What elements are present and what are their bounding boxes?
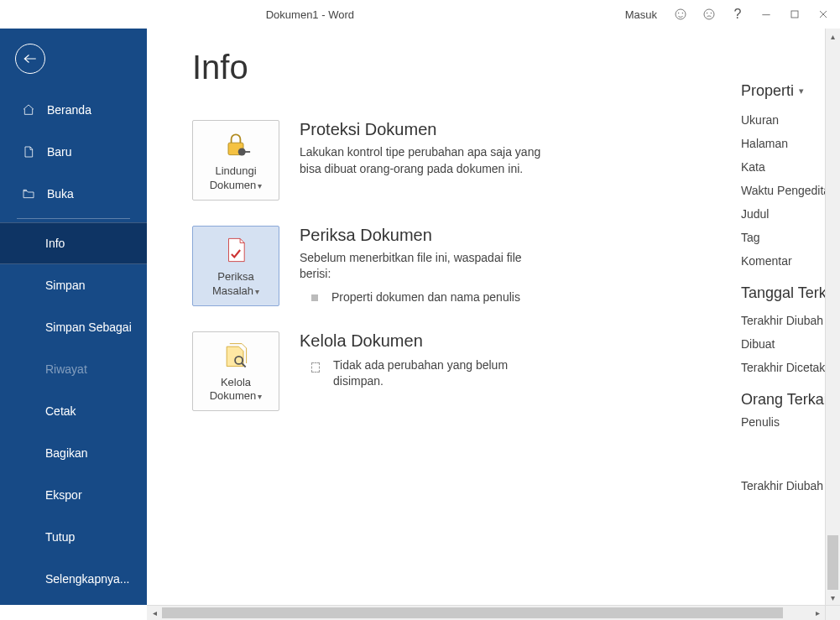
sidebar-item-label: Info	[45, 237, 65, 250]
button-label: Kelola	[221, 376, 251, 388]
sidebar-item-info[interactable]: Info	[0, 222, 147, 264]
properties-header-label: Properti	[741, 82, 794, 100]
chevron-down-icon: ▾	[799, 86, 804, 96]
sidebar-item-close[interactable]: Tutup	[0, 516, 147, 558]
manage-doc-icon	[219, 341, 253, 371]
button-label: Dokumen	[210, 179, 257, 191]
vscroll-thumb[interactable]	[827, 535, 838, 594]
smile-icon[interactable]	[667, 2, 694, 27]
sidebar-item-label: Tutup	[45, 530, 75, 544]
sidebar-separator	[17, 218, 130, 219]
sidebar-item-label: Buka	[47, 187, 74, 201]
chevron-down-icon: ▾	[258, 181, 262, 190]
new-doc-icon	[20, 143, 37, 160]
button-label: Dokumen	[210, 389, 257, 402]
bullet-text: Properti dokumen dan nama penulis	[331, 289, 520, 306]
lock-icon	[219, 129, 253, 159]
scroll-up-icon[interactable]: ▴	[826, 29, 840, 44]
home-icon	[20, 102, 37, 118]
manage-document-button[interactable]: Kelola Dokumen▾	[192, 331, 279, 412]
sidebar-item-print[interactable]: Cetak	[0, 390, 147, 432]
check-issues-button[interactable]: Periksa Masalah▾	[192, 226, 279, 306]
sidebar-item-label: Ekspor	[45, 488, 82, 502]
sidebar-item-export[interactable]: Ekspor	[0, 474, 147, 516]
sidebar-item-label: Riwayat	[45, 362, 87, 376]
sidebar-item-home[interactable]: Beranda	[0, 89, 147, 131]
folder-open-icon	[20, 185, 37, 202]
help-icon[interactable]: ?	[724, 2, 751, 27]
protect-document-button[interactable]: Lindungi Dokumen▾	[192, 120, 279, 201]
svg-point-3	[704, 9, 714, 19]
chevron-down-icon: ▾	[258, 392, 262, 401]
bullet-icon	[311, 294, 318, 301]
chevron-down-icon: ▾	[255, 287, 259, 296]
sidebar-item-save[interactable]: Simpan	[0, 264, 147, 306]
button-label: Masalah	[212, 284, 253, 297]
horizontal-scrollbar[interactable]: ◂ ▸	[147, 605, 840, 620]
scroll-right-icon[interactable]: ▸	[810, 606, 825, 620]
sidebar-item-label: Beranda	[47, 103, 91, 117]
back-button[interactable]	[15, 44, 45, 74]
maximize-icon[interactable]	[781, 2, 808, 27]
sidebar-item-label: Bagikan	[45, 446, 88, 460]
inspect-heading: Periksa Dokumen	[300, 226, 551, 245]
sidebar-item-share[interactable]: Bagikan	[0, 432, 147, 474]
protect-body: Lakukan kontrol tipe perubahan apa saja …	[300, 144, 551, 177]
svg-point-2	[682, 13, 683, 13]
vertical-scrollbar[interactable]: ▴ ▾	[825, 29, 840, 605]
button-label: Periksa	[217, 270, 253, 283]
hscroll-thumb[interactable]	[162, 607, 783, 618]
window-title: Dokumen1 - Word	[3, 8, 617, 21]
manage-bullet: Tidak ada perubahan yang belum disimpan.	[300, 357, 551, 390]
svg-point-0	[676, 9, 686, 19]
inspect-doc-icon	[219, 235, 253, 265]
svg-point-1	[678, 13, 679, 13]
sidebar-item-label: Simpan	[45, 279, 85, 292]
inspect-body: Sebelum menerbitkan file ini, waspadai f…	[300, 250, 551, 283]
title-bar: Dokumen1 - Word Masuk ?	[0, 0, 840, 29]
sidebar-item-save-as[interactable]: Simpan Sebagai	[0, 306, 147, 348]
scrollbar-corner	[825, 606, 840, 620]
frown-icon[interactable]	[696, 2, 723, 27]
sidebar-item-history: Riwayat	[0, 348, 147, 390]
inspect-bullet: Properti dokumen dan nama penulis	[300, 289, 551, 306]
svg-point-4	[707, 13, 707, 13]
scroll-down-icon[interactable]: ▾	[826, 590, 840, 605]
svg-rect-6	[791, 11, 798, 18]
manage-heading: Kelola Dokumen	[300, 331, 551, 351]
sidebar-item-label: Baru	[47, 145, 72, 159]
backstage-sidebar: Beranda Baru Buka Info Simpan Simpan Seb…	[0, 29, 147, 605]
bullet-icon	[311, 362, 320, 373]
scroll-left-icon[interactable]: ◂	[147, 606, 162, 620]
sidebar-item-label: Cetak	[45, 404, 76, 418]
bullet-text: Tidak ada perubahan yang belum disimpan.	[333, 357, 551, 390]
sidebar-item-label: Selengkapnya...	[45, 572, 129, 586]
sidebar-item-label: Simpan Sebagai	[45, 320, 132, 334]
svg-point-5	[711, 13, 712, 13]
page-title: Info	[192, 49, 840, 86]
sign-in-link[interactable]: Masuk	[617, 8, 665, 21]
svg-rect-9	[244, 151, 250, 153]
minimize-icon[interactable]	[753, 2, 780, 27]
close-icon[interactable]	[810, 2, 837, 27]
sidebar-item-open[interactable]: Buka	[0, 173, 147, 215]
sidebar-item-new[interactable]: Baru	[0, 131, 147, 173]
sidebar-item-more[interactable]: Selengkapnya...	[0, 558, 147, 600]
protect-heading: Proteksi Dokumen	[300, 120, 551, 139]
content-area: Info Lindungi Dokumen▾ Proteksi Dokumen …	[147, 29, 840, 605]
button-label: Lindungi	[215, 164, 256, 177]
